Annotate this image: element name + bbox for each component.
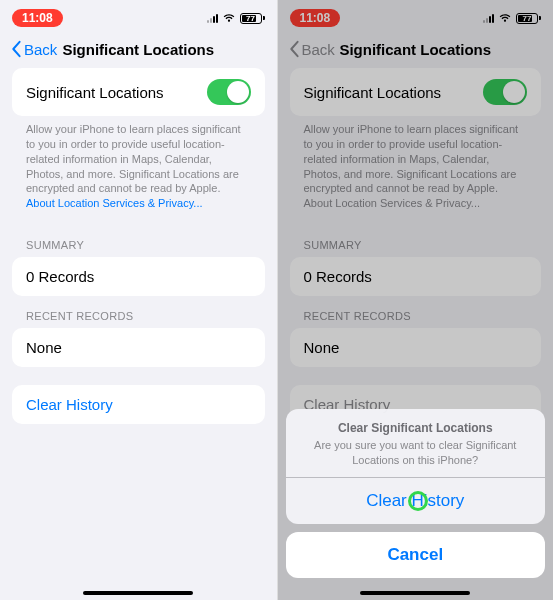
action-sheet-title: Clear Significant Locations	[300, 421, 532, 435]
toggle-label: Significant Locations	[26, 84, 164, 101]
battery-percent: 77	[246, 14, 255, 23]
cellular-signal-icon	[207, 13, 218, 23]
content: Significant Locations Allow your iPhone …	[0, 68, 277, 424]
status-bar: 11:08 77	[0, 0, 277, 32]
battery-icon: 77	[240, 13, 265, 24]
summary-header: SUMMARY	[12, 225, 265, 257]
status-time-pill: 11:08	[12, 9, 63, 27]
action-sheet: Clear Significant Locations Are you sure…	[286, 409, 546, 578]
confirm-clear-history-button[interactable]: Clear History	[286, 477, 546, 524]
highlight-ring-icon	[408, 491, 428, 511]
recent-records-header: RECENT RECORDS	[12, 296, 265, 328]
summary-value: 0 Records	[26, 268, 94, 285]
recent-records-row[interactable]: None	[12, 328, 265, 367]
about-privacy-link[interactable]: About Location Services & Privacy...	[26, 197, 203, 209]
recent-value: None	[26, 339, 62, 356]
phone-screen-right: 11:08 77 Back Significant Locations Sign…	[277, 0, 554, 600]
phone-screen-left: 11:08 77 Back Significant Locations Sign…	[0, 0, 277, 600]
clear-history-button[interactable]: Clear History	[12, 385, 265, 424]
home-indicator[interactable]	[83, 591, 193, 595]
chevron-left-icon	[10, 40, 22, 58]
explainer-text: Allow your iPhone to learn places signif…	[12, 116, 265, 225]
action-sheet-card: Clear Significant Locations Are you sure…	[286, 409, 546, 524]
status-indicators: 77	[207, 13, 265, 24]
cancel-button[interactable]: Cancel	[286, 532, 546, 578]
toggle-switch[interactable]	[207, 79, 251, 105]
navigation-bar: Back Significant Locations	[0, 32, 277, 68]
action-sheet-message: Are you sure you want to clear Significa…	[300, 438, 532, 467]
summary-records-row[interactable]: 0 Records	[12, 257, 265, 296]
wifi-icon	[222, 13, 236, 23]
home-indicator[interactable]	[360, 591, 470, 595]
action-sheet-header: Clear Significant Locations Are you sure…	[286, 409, 546, 477]
back-label: Back	[24, 41, 57, 58]
significant-locations-toggle-row[interactable]: Significant Locations	[12, 68, 265, 116]
back-button[interactable]: Back	[10, 40, 57, 58]
